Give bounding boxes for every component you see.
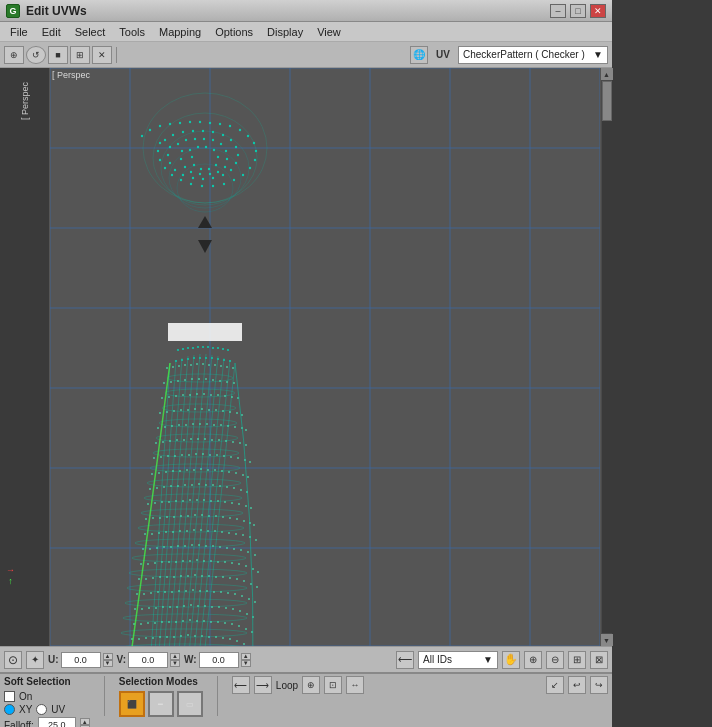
panel-btn-4[interactable]: ⊡ [324, 676, 342, 694]
nav-btn-2[interactable]: ✦ [26, 651, 44, 669]
svg-point-63 [202, 178, 204, 180]
svg-point-97 [177, 349, 179, 351]
svg-point-355 [215, 576, 217, 578]
texture-dropdown[interactable]: CheckerPattern ( Checker ) ▼ [458, 46, 608, 64]
falloff-spinner[interactable]: ▲ ▼ [80, 718, 90, 727]
svg-point-218 [181, 454, 183, 456]
panel-btn-5[interactable]: ↔ [346, 676, 364, 694]
svg-point-205 [190, 438, 192, 440]
right-scrollbar[interactable]: ▲ ▼ [600, 68, 612, 646]
close-button[interactable]: ✕ [590, 4, 606, 18]
svg-point-363 [143, 593, 145, 595]
svg-point-85 [181, 150, 183, 152]
toolbar-btn-4[interactable]: ⊞ [70, 46, 90, 64]
u-up[interactable]: ▲ [103, 653, 113, 660]
u-down[interactable]: ▼ [103, 660, 113, 667]
svg-point-43 [180, 179, 182, 181]
svg-point-285 [215, 515, 217, 517]
zoom-out-btn[interactable]: ⊖ [546, 651, 564, 669]
menu-view[interactable]: View [311, 24, 347, 40]
w-input[interactable] [199, 652, 239, 668]
scroll-track[interactable] [602, 81, 612, 633]
svg-point-311 [156, 547, 158, 549]
panel-right-3[interactable]: ↪ [590, 676, 608, 694]
scroll-up-arrow[interactable]: ▲ [601, 68, 613, 80]
menu-file[interactable]: File [4, 24, 34, 40]
svg-point-21 [141, 135, 143, 137]
svg-point-250 [191, 484, 193, 486]
nav-btn-1[interactable]: ⊙ [4, 651, 22, 669]
svg-point-278 [166, 516, 168, 518]
svg-point-432 [243, 643, 245, 645]
toolbar-btn-3[interactable]: ■ [48, 46, 68, 64]
svg-point-70 [177, 143, 179, 145]
settings-btn-2[interactable]: ⊠ [590, 651, 608, 669]
toolbar-btn-1[interactable]: ⊕ [4, 46, 24, 64]
minimize-button[interactable]: – [550, 4, 566, 18]
edge-select-btn[interactable]: ━ [148, 691, 174, 717]
panel-btn-3[interactable]: ⊕ [302, 676, 320, 694]
w-spinner[interactable]: ▲ ▼ [241, 653, 251, 667]
svg-point-52 [192, 130, 194, 132]
panel-btn-2[interactable]: ⟶ [254, 676, 272, 694]
svg-point-318 [205, 545, 207, 547]
panel-right-1[interactable]: ↙ [546, 676, 564, 694]
toolbar-btn-5[interactable]: ✕ [92, 46, 112, 64]
vertex-select-btn[interactable]: ⬛ [119, 691, 145, 717]
menu-display[interactable]: Display [261, 24, 309, 40]
scroll-down-arrow[interactable]: ▼ [601, 634, 613, 646]
svg-point-156 [205, 378, 207, 380]
w-down[interactable]: ▼ [241, 660, 251, 667]
svg-point-177 [187, 409, 189, 411]
radio-xy[interactable] [4, 704, 15, 715]
falloff-input[interactable] [38, 717, 76, 727]
svg-point-302 [214, 530, 216, 532]
svg-point-126 [144, 494, 242, 502]
svg-point-277 [159, 517, 161, 519]
svg-point-260 [154, 502, 156, 504]
svg-point-165 [189, 394, 191, 396]
svg-point-64 [192, 177, 194, 179]
menu-mapping[interactable]: Mapping [153, 24, 207, 40]
on-checkbox[interactable] [4, 691, 15, 702]
settings-btn-1[interactable]: ⊞ [568, 651, 586, 669]
bottom-toolbar: ⊙ ✦ U: ▲ ▼ V: ▲ ▼ W: [0, 646, 612, 672]
uv-canvas[interactable]: /* placeholder */ [50, 68, 600, 646]
v-spinner[interactable]: ▲ ▼ [170, 653, 180, 667]
svg-point-257 [240, 489, 242, 491]
face-select-btn[interactable]: ▭ [177, 691, 203, 717]
v-input[interactable] [128, 652, 168, 668]
panel-btn-1[interactable]: ⟵ [232, 676, 250, 694]
hand-tool[interactable]: ✋ [502, 651, 520, 669]
svg-point-308 [255, 539, 257, 541]
svg-point-347 [159, 576, 161, 578]
u-input[interactable] [61, 652, 101, 668]
svg-point-118 [167, 374, 233, 382]
w-up[interactable]: ▲ [241, 653, 251, 660]
v-down[interactable]: ▼ [170, 660, 180, 667]
u-spinner[interactable]: ▲ ▼ [103, 653, 113, 667]
zoom-in-btn[interactable]: ⊕ [524, 651, 542, 669]
menu-select[interactable]: Select [69, 24, 112, 40]
svg-point-80 [209, 173, 211, 175]
zoom-out-icon[interactable]: ⟵ [396, 651, 414, 669]
menu-tools[interactable]: Tools [113, 24, 151, 40]
menu-edit[interactable]: Edit [36, 24, 67, 40]
svg-point-81 [199, 173, 201, 175]
svg-point-361 [256, 586, 258, 588]
svg-point-99 [187, 347, 189, 349]
svg-point-392 [218, 606, 220, 608]
window-outer: G Edit UVWs – □ ✕ File Edit Select Tools… [0, 0, 712, 727]
restore-button[interactable]: □ [570, 4, 586, 18]
v-up[interactable]: ▲ [170, 653, 180, 660]
menu-options[interactable]: Options [209, 24, 259, 40]
radio-uv[interactable] [36, 704, 47, 715]
toolbar-btn-2[interactable]: ↺ [26, 46, 46, 64]
all-ids-dropdown[interactable]: All IDs ▼ [418, 651, 498, 669]
svg-point-146 [214, 364, 216, 366]
scroll-thumb[interactable] [602, 81, 612, 121]
svg-point-272 [238, 503, 240, 505]
svg-point-95 [191, 156, 193, 158]
falloff-up[interactable]: ▲ [80, 718, 90, 725]
panel-right-2[interactable]: ↩ [568, 676, 586, 694]
